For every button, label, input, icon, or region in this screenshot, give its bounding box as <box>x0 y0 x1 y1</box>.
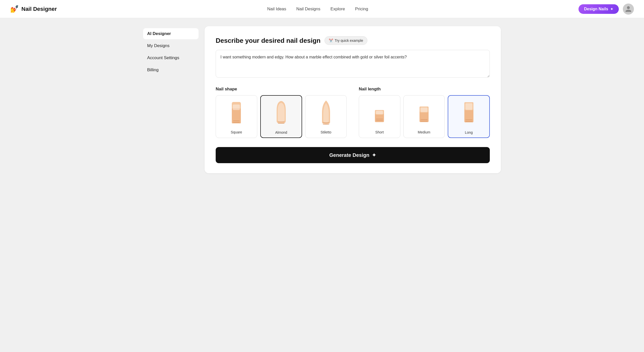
sparkle-icon: ✦ <box>610 7 613 11</box>
almond-nail-icon <box>273 100 289 127</box>
nail-length-group: Nail length Short <box>359 87 490 138</box>
nail-shape-label: Nail shape <box>216 87 347 92</box>
sidebar-item-billing[interactable]: Billing <box>143 64 199 76</box>
sidebar-item-my-designs[interactable]: My Designs <box>143 40 199 51</box>
nail-length-options: Short Medium <box>359 95 490 138</box>
main-content: Describe your desired nail design ✂️ Try… <box>205 26 501 173</box>
stiletto-label: Stiletto <box>320 130 331 134</box>
quick-example-button[interactable]: ✂️ Try quick example <box>325 36 367 45</box>
quick-example-icon: ✂️ <box>329 39 333 43</box>
short-label: Short <box>375 130 384 134</box>
long-nail-icon <box>461 100 477 127</box>
nav-nail-ideas[interactable]: Nail Ideas <box>267 7 286 12</box>
generate-label: Generate Design <box>329 152 369 158</box>
generate-design-button[interactable]: Generate Design ✦ <box>216 147 490 163</box>
sidebar-item-ai-designer[interactable]: AI Designer <box>143 28 199 39</box>
sidebar: AI Designer My Designs Account Settings … <box>143 26 199 173</box>
medium-nail-icon <box>416 99 432 127</box>
nail-length-short[interactable]: Short <box>359 95 400 138</box>
generate-sparkle-icon: ✦ <box>372 152 376 158</box>
describe-title: Describe your desired nail design <box>216 37 320 45</box>
nail-shape-square[interactable]: Square <box>216 95 257 138</box>
nail-shape-options: Square Almond <box>216 95 347 138</box>
design-description-input[interactable] <box>216 50 490 78</box>
describe-header: Describe your desired nail design ✂️ Try… <box>216 36 490 45</box>
nav-nail-designs[interactable]: Nail Designs <box>296 7 320 12</box>
svg-rect-1 <box>232 108 241 123</box>
long-label: Long <box>465 130 473 134</box>
nav: Nail Ideas Nail Designs Explore Pricing <box>267 7 368 12</box>
selectors-row: Nail shape Square <box>216 87 490 138</box>
logo-text: Nail Designer <box>21 6 57 12</box>
nav-explore[interactable]: Explore <box>331 7 345 12</box>
layout: AI Designer My Designs Account Settings … <box>133 18 511 181</box>
nail-shape-almond[interactable]: Almond <box>260 95 302 138</box>
nail-length-medium[interactable]: Medium <box>403 95 445 138</box>
stiletto-nail-icon <box>318 99 334 127</box>
header: 💅 Nail Designer Nail Ideas Nail Designs … <box>0 0 644 18</box>
design-nails-button[interactable]: Design Nails ✦ <box>578 4 619 14</box>
quick-example-label: Try quick example <box>335 39 363 43</box>
svg-rect-16 <box>421 108 428 112</box>
svg-rect-21 <box>465 103 472 110</box>
svg-rect-11 <box>376 111 383 114</box>
nail-shape-stiletto[interactable]: Stiletto <box>305 95 347 138</box>
square-label: Square <box>231 130 242 134</box>
nav-pricing[interactable]: Pricing <box>355 7 368 12</box>
svg-rect-2 <box>233 104 240 110</box>
square-nail-icon <box>228 99 244 127</box>
logo-icon: 💅 <box>10 5 19 13</box>
nail-length-label: Nail length <box>359 87 490 92</box>
short-nail-icon <box>371 99 388 127</box>
avatar[interactable] <box>623 4 634 15</box>
design-nails-label: Design Nails <box>584 7 608 11</box>
avatar-icon <box>625 6 632 13</box>
logo-area: 💅 Nail Designer <box>10 5 57 13</box>
nail-shape-group: Nail shape Square <box>216 87 347 138</box>
nail-length-long[interactable]: Long <box>448 95 490 138</box>
sidebar-item-account-settings[interactable]: Account Settings <box>143 52 199 63</box>
almond-label: Almond <box>275 130 287 134</box>
header-right: Design Nails ✦ <box>578 4 634 15</box>
medium-label: Medium <box>418 130 430 134</box>
